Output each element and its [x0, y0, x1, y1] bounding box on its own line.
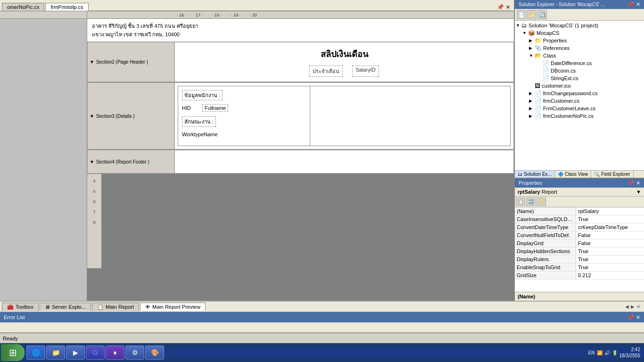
app-vs-icon: ♦	[113, 349, 116, 356]
prop-btn-categorized[interactable]: 📋	[516, 197, 525, 206]
nav-right-icon[interactable]: ▶	[631, 304, 635, 309]
prop-row-gridsize[interactable]: GridSize 0.212	[515, 272, 644, 280]
class-view-icon: 🔷	[558, 172, 563, 177]
properties-footer-label: (Name)	[515, 292, 644, 301]
taskbar-app-chrome[interactable]: G	[86, 346, 105, 360]
solution-label: Solution 'MocapCS' (1 project)	[528, 23, 598, 28]
tree-class-folder[interactable]: ▼ 📂 Class	[516, 52, 643, 59]
tree-frmcustnopic[interactable]: ▶ 📄 frmCustomerNoPic.cs	[516, 112, 643, 120]
section-page-header-body[interactable]: สลิปเงินเดือน ประจำเดือน SalaryID	[174, 42, 514, 82]
sol-tab-solution-explorer[interactable]: 🗂 Solution Ex...	[515, 171, 555, 178]
prop-btn-alphabetical[interactable]: 🔤	[526, 197, 536, 206]
sol-btn-3[interactable]: 🔄	[537, 10, 547, 19]
preview-icon: 👁	[145, 304, 150, 310]
taskbar-app-folder[interactable]: 📁	[46, 346, 65, 360]
prop-row-convertdatetime[interactable]: ConvertDateTimeType crKeepDateTimeType	[515, 223, 644, 231]
taskbar-app-ie[interactable]: 🌐	[26, 346, 45, 360]
tree-frmchangepw[interactable]: ▶ 📄 frmChangepassword.cs	[516, 90, 643, 97]
taskbar-app-gear[interactable]: ⚙	[125, 346, 144, 360]
details-left-col: ข้อมูลพนักงาน : HID Fullname ลักษณะงาน :	[178, 86, 310, 146]
tree-solution[interactable]: ▼ 🗂 Solution 'MocapCS' (1 project)	[516, 22, 643, 29]
tray-volume-icon: 🔊	[604, 350, 610, 355]
sol-btn-2[interactable]: 📁	[527, 10, 537, 19]
field-explorer-icon: 🔍	[594, 172, 600, 177]
close-bottom-icon[interactable]: ✕	[636, 304, 640, 309]
tree-references[interactable]: ▶ 📎 References	[516, 44, 643, 52]
close-error-icon[interactable]: ✕	[636, 314, 640, 321]
nav-left-icon[interactable]: ◀	[625, 304, 629, 309]
tab-main-report[interactable]: 📋 Main Report	[92, 303, 139, 311]
address-section: อาคาร สีริกัญญ์ ชั้น 3 เลขที่ 475 ถนน ศร…	[87, 19, 514, 42]
section-details-body[interactable]: ข้อมูลพนักงาน : HID Fullname ลักษณะงาน :	[174, 82, 514, 149]
properties-toolbar: 📋 🔤 ⚡	[515, 197, 644, 207]
taskbar-app-paint[interactable]: 🎨	[145, 346, 164, 360]
tree-frmcustleave[interactable]: ▶ 📄 FrmCustomerLeave.cs	[516, 105, 643, 112]
tree-dbconn[interactable]: 📄 DBconn.cs	[516, 67, 643, 74]
project-label: MocapCS	[537, 30, 559, 36]
tree-properties[interactable]: ▶ 📁 Properties	[516, 37, 643, 44]
field-salaryid[interactable]: SalaryID	[352, 66, 379, 77]
tab-customerNoPic[interactable]: omerNoPic.cs	[2, 3, 44, 11]
tree-stringext[interactable]: 📄 StringExt.cs	[516, 74, 643, 82]
tray-lang: EN	[588, 350, 595, 355]
bottom-tabs: 🧰 Toolbox 🖥 Server Explo... 📋 Main Repor…	[0, 301, 644, 312]
section-report-footer-body[interactable]	[174, 150, 514, 173]
close-prop-icon[interactable]: ✕	[636, 180, 640, 186]
tree-project[interactable]: ▼ 📦 MocapCS	[516, 29, 643, 37]
tab-printslip[interactable]: frmPrintslip.cs	[45, 3, 88, 11]
main-design-area[interactable]: · 16 · 17 · · 18 · · 19 · · 20 อาคาร สีร…	[87, 11, 514, 301]
properties-dropdown-icon[interactable]: ▼	[636, 189, 641, 195]
taskbar-apps: 🌐 📁 ▶ G ♦ ⚙ 🎨	[26, 346, 586, 360]
left-side-ruler	[0, 11, 87, 301]
clock-time: 2:42	[619, 346, 641, 353]
sol-btn-1[interactable]: 📄	[517, 10, 526, 19]
fullname-field: Fullname	[202, 104, 228, 112]
app-ie-icon: 🌐	[32, 349, 40, 356]
prop-row-displaygrid[interactable]: DisplayGrid False	[515, 239, 644, 247]
prop-row-enablesnap[interactable]: EnableSnapToGrid True	[515, 263, 644, 272]
field-month[interactable]: ประจำเดือน	[309, 66, 343, 77]
tree-frmcustleave-label: FrmCustomerLeave.cs	[543, 106, 595, 111]
prop-row-displayhidden[interactable]: DisplayHiddenSections True	[515, 247, 644, 255]
tab-main-report-preview[interactable]: 👁 Main Report Preview	[140, 303, 206, 311]
tree-frmcustomer[interactable]: ▶ 📄 frmCustomer.cs	[516, 97, 643, 105]
taskbar-app-vs[interactable]: ♦	[106, 346, 124, 360]
tree-frmcustnopic-label: frmCustomerNoPic.cs	[543, 113, 594, 119]
close-sol-icon[interactable]: ✕	[636, 1, 640, 8]
tree-datediff[interactable]: 📄 DateDifference.cs	[516, 59, 643, 67]
prop-btn-events[interactable]: ⚡	[537, 197, 546, 206]
pin-error-icon[interactable]: 📌	[627, 314, 634, 321]
tree-customer-ico[interactable]: 🖼 customer.ico	[516, 82, 643, 90]
designer-area: · 16 · 17 · · 18 · · 19 · · 20 อาคาร สีร…	[0, 11, 514, 301]
tray-network-icon: 📶	[597, 350, 603, 355]
section-arrow: ▼	[90, 59, 94, 65]
taskbar-app-media[interactable]: ▶	[66, 346, 85, 360]
right-panel: Solution Explorer - Solution 'MocapCS' .…	[514, 0, 644, 301]
section-footer-arrow: ▼	[90, 159, 94, 165]
group-label: ข้อมูลพนักงาน :	[182, 90, 306, 100]
sol-tab-class-view[interactable]: 🔷 Class View	[555, 171, 591, 178]
app-media-icon: ▶	[73, 349, 78, 356]
pin-prop-icon[interactable]: 📌	[627, 180, 634, 186]
prop-row-convertnull[interactable]: ConvertNullFieldToDef. False	[515, 231, 644, 239]
hid-field-row: HID Fullname	[182, 104, 306, 112]
solution-explorer: Solution Explorer - Solution 'MocapCS' .…	[515, 0, 644, 178]
close-designer-icon[interactable]: ✕	[506, 4, 510, 10]
section-details-label[interactable]: ▼ Section3 (Details )	[87, 82, 174, 149]
taskbar-tray: EN 📶 🔊 🔋 2:42 18/3/2555	[586, 346, 643, 359]
pin-sol-icon[interactable]: 📌	[627, 1, 634, 8]
prop-row-caseinsensitive[interactable]: CaseInsensitiveSQLData True	[515, 215, 644, 223]
sol-tab-field-explorer[interactable]: 🔍 Field Explorer	[591, 171, 634, 178]
tab-server-explorer[interactable]: 🖥 Server Explo...	[40, 303, 91, 311]
start-button[interactable]: ⊞	[1, 344, 25, 361]
section-report-footer-label[interactable]: ▼ Section4 (Report Footer )	[87, 150, 174, 173]
prop-row-name[interactable]: (Name) rptSalary	[515, 207, 644, 215]
prop-row-displayrulers[interactable]: DisplayRulers True	[515, 255, 644, 263]
hid-label: HID	[182, 105, 191, 111]
section-page-header-label[interactable]: ▼ Section2 (Page Header )	[87, 42, 174, 82]
status-text: Ready	[3, 336, 18, 341]
top-area: omerNoPic.cs frmPrintslip.cs 📌 ✕	[0, 0, 644, 301]
tray-battery-icon: 🔋	[612, 350, 618, 355]
tab-toolbox[interactable]: 🧰 Toolbox	[2, 303, 39, 311]
pin-icon[interactable]: 📌	[497, 4, 504, 10]
